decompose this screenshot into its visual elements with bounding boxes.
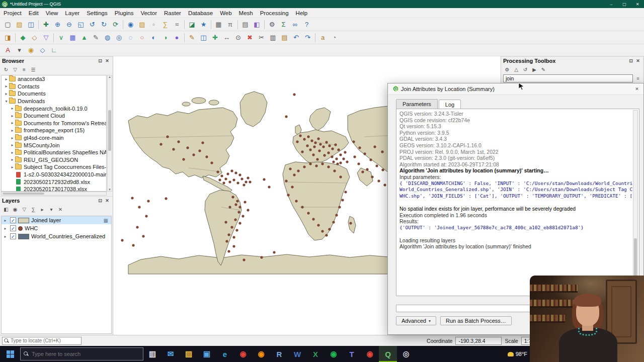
browser-item[interactable]: ▸Documents for Tomorrow's Retreat [2,120,106,127]
add-mesh-layer-icon[interactable]: ▲ [79,32,90,43]
expander-icon[interactable]: ▸ [10,114,15,118]
new-text-annotation-icon[interactable]: ◉ [26,45,36,55]
layer-diagram-icon[interactable]: ◔ [329,32,340,43]
results-viewer-icon[interactable]: ▶ [530,66,538,73]
layer-item[interactable]: ▸✓Joined layer▦ [2,216,111,224]
edge-icon[interactable]: e [216,346,234,362]
add-wfs-layer-icon[interactable]: ● [172,32,182,43]
add-raster-layer-icon[interactable]: ▦ [67,32,78,43]
dialog-title-bar[interactable]: Q Join Attributes by Location (Summary) … [388,83,643,95]
add-oracle-layer-icon[interactable]: ○ [137,32,147,43]
rstudio-icon[interactable]: R [270,346,288,362]
dock-panel-icon[interactable]: ⊡ [97,58,104,63]
tab-log[interactable]: Log [439,100,461,109]
spotify-icon[interactable]: ◉ [325,346,343,362]
layer-checkbox[interactable]: ✓ [10,233,16,239]
undo-icon[interactable]: ↶ [291,32,301,43]
browser-refresh-icon[interactable]: ↻ [2,66,10,73]
menu-project[interactable]: Project [0,8,25,18]
dock-panel-icon[interactable]: ⊡ [627,58,634,63]
run-as-batch-button[interactable]: Run as Batch Process… [440,316,512,325]
layer-labeling-icon[interactable]: a [317,32,328,43]
browser-filter-icon[interactable]: ▽ [11,66,19,73]
browser-vertical-scrollbar[interactable]: ▲ ▼ [107,75,112,192]
menu-view[interactable]: View [42,8,62,18]
layer-item[interactable]: ▸✓World_Countries_Generalized [2,232,111,240]
browser-horizontal-scrollbar[interactable] [1,192,107,196]
expander-icon[interactable]: ▸ [10,143,15,147]
close-panel-icon[interactable]: ✕ [104,198,111,203]
redo-icon[interactable]: ↷ [302,32,313,43]
expand-all-icon[interactable]: ▸ [38,206,46,213]
chrome-icon[interactable]: ◉ [234,346,252,362]
paste-features-icon[interactable]: ▤ [279,32,290,43]
toolbox-wrench-icon[interactable]: ⚙ [503,66,511,73]
style-manager-icon[interactable]: ◧ [252,19,262,30]
menu-raster[interactable]: Raster [160,8,185,18]
delete-selected-icon[interactable]: ✖ [245,32,255,43]
select-features-icon[interactable]: ▧ [137,19,147,30]
collapse-all-icon[interactable]: ▾ [47,206,55,213]
add-spatialite-layer-icon[interactable]: ◎ [114,32,124,43]
menu-layer[interactable]: Layer [61,8,83,18]
expander-icon[interactable]: ▸ [4,77,9,81]
manage-map-themes-icon[interactable]: ◉ [11,206,19,213]
firefox-icon[interactable]: ◉ [252,346,270,362]
dialog-close-icon[interactable]: ✕ [633,86,640,92]
field-calculator-icon[interactable]: π [225,19,235,30]
refresh-map-icon[interactable]: ⟳ [110,19,121,30]
expander-icon[interactable]: ▸ [3,234,8,239]
layer-item[interactable]: ▸✓WHC [2,224,111,232]
processing-toolbox-icon[interactable]: ⚙ [267,19,277,30]
browser-item[interactable]: ▾Downloads [2,98,106,105]
new-shapefile-layer-icon[interactable]: ◇ [29,32,40,43]
cut-features-icon[interactable]: ✂ [256,32,267,43]
open-layer-styling-icon[interactable]: ◧ [2,206,10,213]
layer-checkbox[interactable]: ✓ [10,217,16,223]
new-project-icon[interactable]: ▢ [3,19,13,30]
filter-legend-icon[interactable]: ▽ [20,206,28,213]
add-mssql-layer-icon[interactable]: ◌ [125,32,136,43]
expander-icon[interactable]: ▸ [3,226,8,231]
zoom-full-icon[interactable]: ◱ [75,19,86,30]
select-by-expression-icon[interactable]: ∑ [160,19,171,30]
add-wcs-layer-icon[interactable]: ◑ [160,32,171,43]
browser-item[interactable]: ▸Document Cloud [2,112,106,120]
browser-item[interactable]: ▸Documents [2,90,106,98]
browser-item[interactable]: ▸fromthepage_export (15) [2,127,106,134]
browser-item[interactable]: ▸deepsearch_toolkit-0.19.0 [2,105,106,112]
measure-line-icon[interactable]: ≈ [172,19,182,30]
expander-icon[interactable]: ▸ [10,128,15,133]
expander-icon[interactable]: ▸ [4,92,9,96]
models-icon[interactable]: △ [512,66,520,73]
weather-widget[interactable]: 98°F [508,346,527,362]
expander-icon[interactable]: ▾ [4,99,9,104]
new-virtual-layer-icon[interactable]: ▽ [41,32,51,43]
browser-collapse-all-icon[interactable]: ≡ [20,66,28,73]
menu-plugins[interactable]: Plugins [111,8,137,18]
menu-web[interactable]: Web [216,8,235,18]
layer-indicator-icon[interactable]: ▦ [104,218,108,223]
search-filter-icon[interactable]: ≡ [634,76,641,81]
new-geopackage-icon[interactable]: ◆ [18,32,28,43]
browser-item[interactable]: ▸Contacts [2,83,106,90]
browser-item[interactable]: ▸anaconda3 [2,75,106,83]
menu-database[interactable]: Database [185,8,216,18]
qgis-icon[interactable]: Q [379,346,397,362]
browser-item[interactable]: ▸PoliticalBoundaries Shapefiles NA_ [2,149,106,156]
move-feature-icon[interactable]: ↔ [221,32,232,43]
scrollbar-thumb[interactable] [108,110,111,151]
filter-by-expression-icon[interactable]: ∑ [29,206,37,213]
edit-in-place-icon[interactable]: ✎ [539,66,547,73]
identify-features-icon[interactable]: ◉ [125,19,136,30]
deselect-features-icon[interactable]: ▫ [148,19,159,30]
annotation-style-icon[interactable]: A [3,45,13,55]
open-project-icon[interactable]: ▨ [14,19,25,30]
zoom-out-icon[interactable]: ⊖ [64,19,74,30]
excel-icon[interactable]: X [306,346,325,362]
browser-item[interactable]: ▸REU_GIS_GEOJSON [2,156,106,164]
processing-search-input[interactable] [503,74,633,82]
add-feature-icon[interactable]: ✚ [210,32,220,43]
expander-icon[interactable]: ▸ [10,136,15,140]
layout-manager-icon[interactable]: ▤ [240,19,251,30]
